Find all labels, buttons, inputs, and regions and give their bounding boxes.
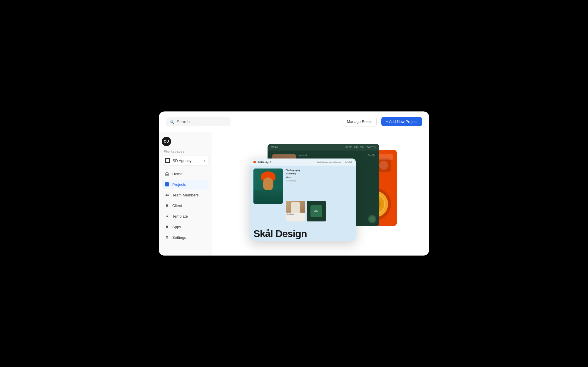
search-box[interactable]: 🔍 (166, 117, 230, 126)
services-list: Photography Branding Video Branding (286, 169, 352, 183)
skaal-body: Photography Branding Video Branding (250, 166, 356, 224)
thumbnail-1-text: Skål Design (286, 213, 305, 216)
client-icon (165, 203, 169, 208)
sidebar-item-apps[interactable]: Apps (162, 222, 209, 231)
thumbnail-bag: SkålDesign (310, 205, 322, 217)
skaal-brand-label: Skål Design ® (258, 161, 271, 163)
avatar: OU (162, 137, 171, 146)
content-area: studio MENU SHOP GALLERY CART(2) (212, 132, 429, 256)
workspace-name: SD Agency (173, 159, 201, 163)
manage-roles-button[interactable]: Manage Roles (342, 117, 377, 126)
brand-dot (253, 161, 256, 163)
skaal-person-photo (253, 169, 283, 204)
oak-nav: MENU SHOP GALLERY CART(2) (268, 144, 379, 151)
skaal-main-title: Skål Design (253, 228, 352, 238)
skaal-left-col (253, 169, 283, 221)
thumbnail-2: SkålDesign (307, 201, 326, 221)
sidebar-item-settings-label: Settings (172, 235, 186, 240)
sidebar-item-projects[interactable]: Projects (162, 180, 209, 189)
home-icon (165, 171, 169, 176)
skaal-brand-area: Skål Design ® (253, 161, 271, 163)
thumbnail-1-image (286, 201, 305, 213)
face (263, 177, 273, 191)
sidebar-item-team-label: Team Members (172, 193, 199, 197)
sidebar-item-team-members[interactable]: Team Members (162, 190, 209, 200)
thumbnail-1: Skål Design (286, 201, 305, 221)
workspace-selector[interactable]: SD Agency ▾ (162, 156, 209, 166)
skaal-design-card: Skål Design ® Work, Agency, Video, Brand… (250, 159, 356, 241)
sidebar-item-template[interactable]: ★ Template (162, 211, 209, 221)
search-input[interactable] (177, 119, 227, 124)
search-icon: 🔍 (169, 119, 174, 124)
template-icon: ★ (165, 214, 169, 218)
sidebar-item-client-label: Client (172, 203, 182, 208)
workspaces-label: Workspaces (162, 150, 209, 153)
thumbnail-bag-text: SkålDesign (314, 210, 318, 213)
sidebar-item-home[interactable]: Home (162, 169, 209, 179)
sidebar-item-settings[interactable]: Settings (162, 233, 209, 242)
sidebar: OU Workspaces SD Agency ▾ Home (159, 132, 212, 256)
team-icon (165, 193, 169, 197)
card-stack: studio MENU SHOP GALLERY CART(2) (250, 144, 391, 244)
top-bar: 🔍 Manage Roles + Add New Project (159, 111, 429, 132)
skaal-title-area: Skål Design (253, 228, 352, 238)
sidebar-item-home-label: Home (172, 172, 183, 176)
chevron-down-icon: ▾ (204, 159, 206, 163)
main-content: OU Workspaces SD Agency ▾ Home (159, 132, 429, 256)
thumbnails: Skål Design SkålDesign (286, 201, 352, 221)
sidebar-item-apps-label: Apps (172, 225, 181, 229)
settings-icon (165, 235, 169, 240)
skaal-right-col: Photography Branding Video Branding (286, 169, 352, 221)
add-project-button[interactable]: + Add New Project (381, 117, 422, 126)
sidebar-item-client[interactable]: Client (162, 201, 209, 210)
projects-icon (165, 182, 169, 187)
sidebar-item-projects-label: Projects (172, 182, 186, 187)
sidebar-item-template-label: Template (172, 214, 188, 218)
workspace-icon (165, 158, 170, 163)
apps-icon (165, 224, 169, 229)
skaal-nav: Skål Design ® Work, Agency, Video, Brand… (250, 159, 356, 166)
thumbnail-person (291, 202, 300, 213)
skaal-nav-links: Work, Agency, Video, Branding Let's Talk (317, 161, 352, 163)
app-window: 🔍 Manage Roles + Add New Project OU Work… (159, 111, 429, 256)
